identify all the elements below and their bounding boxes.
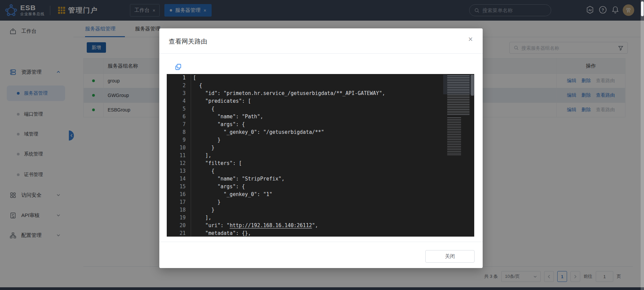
code-line: 17 }: [167, 198, 474, 206]
code-scrollbar-thumb[interactable]: [471, 75, 474, 96]
code-line: 5 {: [167, 105, 474, 113]
code-line: 7 "args": {: [167, 121, 474, 128]
code-line: 3 "id": "primeton.hr.service_/getuserbig…: [167, 90, 474, 97]
close-icon[interactable]: ×: [466, 34, 475, 44]
code-line: 1[: [167, 74, 474, 82]
code-line: 21 "metadata": {},: [167, 229, 474, 237]
dialog-footer: 关闭: [159, 242, 483, 268]
code-line: 15 "args": {: [167, 183, 474, 191]
code-line: 16 "_genkey_0": "1": [167, 191, 474, 198]
code-line: 20 "uri": "http://192.168.16.140:26112",: [167, 222, 474, 229]
dialog-title: 查看网关路由: [169, 37, 207, 46]
code-line: 18 }: [167, 206, 474, 214]
code-line: 14 "name": "StripPrefix",: [167, 175, 474, 183]
code-line: 9 }: [167, 136, 474, 144]
code-line: 13 {: [167, 167, 474, 175]
code-line: 10 }: [167, 144, 474, 152]
code-line: 11 ],: [167, 152, 474, 160]
code-line: 12 "filters": [: [167, 160, 474, 167]
code-line: 4 "predicates": [: [167, 97, 474, 105]
view-gateway-route-dialog: 查看网关路由 × 1[2 {3 "id": "primeton.hr.servi…: [159, 28, 483, 268]
gutter-separator: [191, 74, 191, 237]
copy-icon[interactable]: [175, 63, 182, 71]
close-dialog-button[interactable]: 关闭: [425, 250, 475, 263]
dialog-header: 查看网关路由 ×: [159, 28, 483, 54]
code-line: 8 "_genkey_0": "/getuserbigdata/**": [167, 128, 474, 136]
gateway-route-code-editor[interactable]: 1[2 {3 "id": "primeton.hr.service_/getus…: [167, 74, 474, 237]
code-minimap[interactable]: [447, 75, 469, 164]
scrollbar-thumb[interactable]: [641, 1, 644, 16]
code-line: 19 ],: [167, 214, 474, 222]
code-line: 2 {: [167, 82, 474, 90]
page-scrollbar[interactable]: [641, 0, 644, 290]
code-line: 6 "name": "Path",: [167, 113, 474, 121]
code-lines: 1[2 {3 "id": "primeton.hr.service_/getus…: [167, 74, 474, 237]
